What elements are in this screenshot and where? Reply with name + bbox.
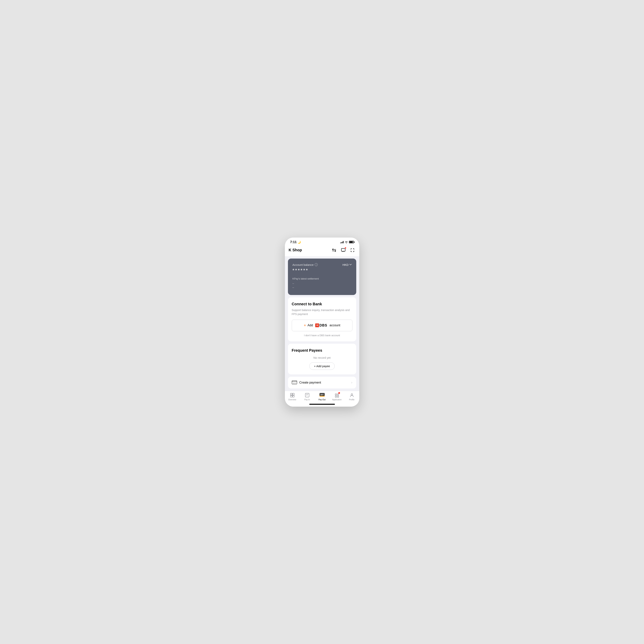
create-payment-left: Create payment — [292, 380, 321, 385]
app-header: K Shop — [285, 246, 359, 256]
status-icons — [340, 241, 354, 243]
svg-point-9 — [351, 394, 353, 395]
status-bar: 7:11 🌙 — [285, 238, 359, 246]
svg-rect-4 — [290, 395, 292, 397]
scroll-content: Account balance i HKD ****** KPay's late… — [285, 256, 359, 391]
nav-label-overview: Overview — [288, 399, 296, 401]
svg-rect-3 — [293, 393, 294, 395]
nav-label-application: Application — [332, 399, 342, 401]
nav-label-pay-in: Pay-In — [304, 399, 310, 401]
application-icon — [334, 393, 340, 398]
frequent-payees-card: Frequent Payees No record yet + Add paye… — [288, 344, 356, 374]
nav-label-profile: Profile — [349, 399, 354, 401]
nav-item-overview[interactable]: Overview — [285, 393, 300, 402]
chevron-right-icon: › — [351, 380, 352, 384]
overview-icon — [290, 393, 295, 398]
no-dbs-link[interactable]: I don't have a DBS bank account — [292, 334, 352, 337]
pay-out-icon — [319, 393, 325, 398]
profile-icon — [349, 393, 355, 398]
chat-button[interactable] — [340, 247, 346, 253]
header-icons — [331, 247, 355, 253]
home-indicator — [285, 402, 359, 407]
nav-item-pay-in[interactable]: Pay-In — [300, 393, 315, 402]
transfer-button[interactable] — [331, 247, 337, 253]
connect-bank-card: Connect to Bank Support balance inquiry,… — [288, 297, 356, 341]
moon-icon: 🌙 — [297, 241, 301, 244]
application-badge — [338, 392, 340, 394]
dbs-box-icon: ✕ — [315, 323, 319, 327]
transfer-icon — [332, 248, 336, 252]
balance-card: Account balance i HKD ****** KPay's late… — [288, 259, 356, 295]
battery-icon — [349, 241, 354, 243]
add-text: Add — [308, 324, 313, 327]
currency-selector[interactable]: HKD — [343, 263, 352, 266]
svg-rect-5 — [293, 395, 294, 397]
dbs-text: DBS — [319, 323, 327, 327]
chevron-down-icon — [349, 264, 352, 265]
home-bar — [309, 404, 335, 405]
add-payee-label: + Add payee — [314, 364, 330, 368]
time-text: 7:11 — [290, 240, 297, 244]
dbs-x-icon: ✕ — [316, 324, 318, 327]
balance-header: Account balance i HKD — [293, 263, 352, 266]
nav-item-application[interactable]: Application — [330, 393, 344, 402]
chat-notification-dot — [345, 247, 346, 249]
svg-rect-0 — [341, 248, 345, 251]
add-payee-button[interactable]: + Add payee — [309, 362, 335, 370]
create-payment-label: Create payment — [299, 381, 321, 384]
frequent-payees-title: Frequent Payees — [292, 348, 352, 353]
add-dbs-button[interactable]: + Add ✕ DBS account — [292, 320, 352, 331]
pay-in-icon — [305, 393, 310, 398]
no-record-text: No record yet — [313, 356, 330, 359]
status-time: 7:11 🌙 — [290, 240, 301, 244]
info-icon[interactable]: i — [315, 263, 318, 266]
bottom-nav: Overview Pay-In Pay-Out — [285, 391, 359, 402]
balance-label: Account balance i — [293, 263, 318, 266]
payees-empty-state: No record yet + Add payee — [292, 355, 352, 370]
scan-icon — [350, 248, 355, 252]
settlement-value1: – — [293, 282, 352, 285]
svg-rect-2 — [290, 393, 292, 395]
dbs-logo: ✕ DBS — [315, 323, 327, 327]
connect-bank-subtitle: Support balance inquiry, transaction ana… — [292, 308, 352, 316]
plus-icon: + — [304, 323, 306, 328]
create-payment-card[interactable]: Create payment › — [288, 377, 356, 388]
settlement-label: KPay's latest settlement — [293, 277, 352, 280]
nav-item-pay-out[interactable]: Pay-Out — [315, 393, 330, 402]
signal-icon — [340, 241, 344, 243]
account-text: account — [330, 324, 340, 327]
scan-button[interactable] — [349, 247, 355, 253]
payment-icon — [292, 380, 297, 385]
nav-label-pay-out: Pay-Out — [318, 399, 326, 401]
connect-bank-title: Connect to Bank — [292, 302, 352, 306]
nav-item-profile[interactable]: Profile — [344, 393, 359, 402]
balance-label-text: Account balance — [293, 263, 314, 266]
settlement-value2: – — [293, 286, 352, 289]
svg-rect-1 — [292, 381, 297, 384]
app-title: K Shop — [289, 248, 302, 252]
balance-amount: ****** — [293, 268, 352, 273]
currency-text: HKD — [343, 263, 349, 266]
wifi-icon — [345, 241, 348, 243]
phone-frame: 7:11 🌙 K Shop — [285, 238, 359, 407]
